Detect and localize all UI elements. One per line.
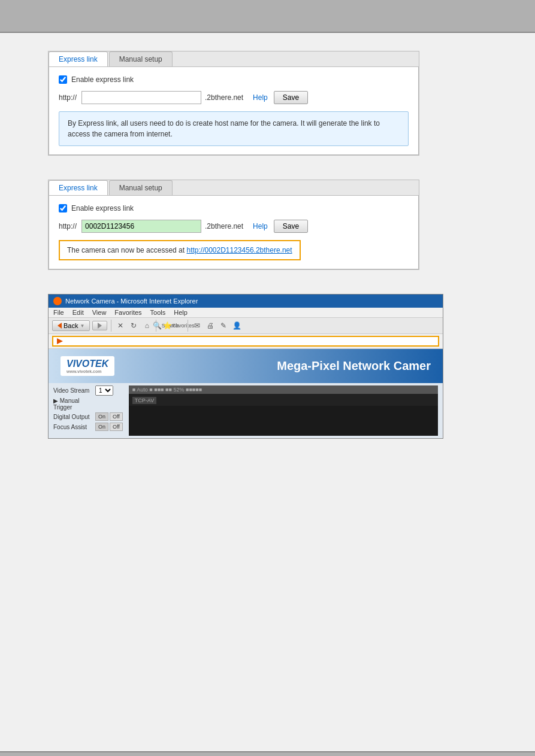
browser-title: Network Camera - Microsoft Internet Expl… [65,297,198,305]
video-stream-select[interactable]: 1 [95,385,113,396]
address-arrow-icon [57,338,63,344]
back-button[interactable]: Back ▼ [52,320,90,331]
control-digital-output: Digital Output On Off [53,412,123,421]
mail-icon[interactable]: ✉ [192,320,202,331]
video-top-bar: ■ Auto ■ ■■■ ■■ 52% ■■■■■ [129,385,438,394]
camera-access-link[interactable]: http://0002D1123456.2bthere.net [186,246,292,254]
panel2-tabs: Express link Manual setup [49,180,419,195]
vivotek-header: VIVOTEK www.vivotek.com Mega-Pixel Netwo… [49,349,443,383]
favorites-icon[interactable]: ⭐ Favorites [173,320,184,331]
focus-assist-label: Focus Assist [53,424,95,430]
control-panel: Video Stream 1 ▶ Manual Trigger Digital … [53,385,129,436]
video-label: TCP-AV [129,394,438,406]
back-dropdown-icon: ▼ [80,323,84,329]
bottom-bar [0,751,535,756]
content-area: Express link Manual setup Enable express… [0,33,535,751]
url-prefix-2: http:// [59,222,77,230]
home-icon[interactable]: ⌂ [141,320,152,331]
menu-favorites[interactable]: Favorites [114,309,141,316]
control-manual-trigger[interactable]: ▶ Manual Trigger [53,397,123,411]
focus-assist-on[interactable]: On [95,423,108,431]
forward-button[interactable] [92,321,107,330]
panel1-tabs: Express link Manual setup [49,51,419,66]
camera-access-prefix: The camera can now be accessed at [67,246,186,254]
vivotek-brand: VIVOTEK [67,359,108,369]
camera-controls-area: Video Stream 1 ▶ Manual Trigger Digital … [49,383,443,438]
camera-access-text: The camera can now be accessed at http:/… [67,246,292,254]
address-bar-container [49,334,443,349]
menu-help[interactable]: Help [174,309,188,316]
enable-row-2: Enable express link [59,204,409,212]
video-stream-label: Video Stream [53,387,95,394]
tab-express-link-1[interactable]: Express link [49,51,108,66]
browser-window: Network Camera - Microsoft Internet Expl… [48,294,443,439]
url-suffix-2: .2bthere.net [205,222,243,230]
digital-output-toggle: On Off [95,412,123,421]
control-video-stream: Video Stream 1 [53,385,123,396]
manual-trigger-label: ▶ Manual Trigger [53,397,95,411]
url-input-2[interactable] [81,220,201,233]
address-bar[interactable] [52,336,439,347]
enable-checkbox-1[interactable] [59,75,67,84]
stop-icon[interactable]: ✕ [115,320,126,331]
tab-manual-setup-2[interactable]: Manual setup [109,180,173,195]
back-label: Back [64,322,78,329]
digital-output-label: Digital Output [53,414,95,420]
url-prefix-1: http:// [59,93,77,102]
menu-tools[interactable]: Tools [150,309,166,316]
url-suffix-1: .2bthere.net [205,93,243,102]
edit-icon[interactable]: ✎ [218,320,229,331]
browser-menubar: File Edit View Favorites Tools Help [49,308,443,318]
menu-file[interactable]: File [53,309,64,316]
browser-content: VIVOTEK www.vivotek.com Mega-Pixel Netwo… [49,349,443,438]
toolbar-separator-1 [111,320,111,332]
refresh-icon[interactable]: ↻ [128,320,139,331]
focus-assist-toggle: On Off [95,423,123,431]
enable-label-1: Enable express link [71,75,134,84]
vivotek-logo: VIVOTEK www.vivotek.com [61,356,114,376]
menu-view[interactable]: View [92,309,107,316]
tcp-badge: TCP-AV [132,397,156,404]
access-box: The camera can now be accessed at http:/… [59,240,301,260]
info-text-1: By Express link, all users need to do is… [68,119,380,138]
tab-express-link-2[interactable]: Express link [49,180,108,195]
focus-assist-off[interactable]: Off [110,423,123,431]
enable-checkbox-2[interactable] [59,204,67,212]
toolbar-separator-3 [188,320,188,332]
info-box-1: By Express link, all users need to do is… [59,111,409,146]
control-focus-assist: Focus Assist On Off [53,423,123,431]
panel2: Express link Manual setup Enable express… [48,180,419,270]
digital-output-off[interactable]: Off [110,412,123,421]
ie-icon [53,297,62,305]
panel1: Express link Manual setup Enable express… [48,51,419,156]
help-link-1[interactable]: Help [253,93,268,102]
tab-manual-setup-1[interactable]: Manual setup [109,51,173,66]
forward-arrow-icon [98,323,102,329]
vivotek-sub: www.vivotek.com [67,369,108,374]
help-link-2[interactable]: Help [253,222,268,230]
video-controls-bar: ■ Auto ■ ■■■ ■■ 52% ■■■■■ [132,387,202,393]
browser-toolbar: Back ▼ ✕ ↻ ⌂ 🔍 Search ⭐ Favorites ✉ 🖨 ✎ … [49,318,443,334]
camera-title: Mega-Pixel Network Camer [277,359,431,373]
print-icon[interactable]: 🖨 [205,320,216,331]
enable-row-1: Enable express link [59,75,409,84]
panel2-body: Enable express link http:// .2bthere.net… [49,195,419,269]
save-button-1[interactable]: Save [274,91,308,104]
video-frame [129,406,438,436]
save-button-2[interactable]: Save [274,220,308,233]
video-feed-area: ■ Auto ■ ■■■ ■■ 52% ■■■■■ TCP-AV [129,385,438,436]
url-row-1: http:// .2bthere.net Help Save [59,91,409,104]
browser-titlebar: Network Camera - Microsoft Internet Expl… [49,294,443,308]
enable-label-2: Enable express link [71,204,134,212]
digital-output-on[interactable]: On [95,412,108,421]
panel1-body: Enable express link http:// .2bthere.net… [49,66,419,155]
url-row-2: http:// .2bthere.net Help Save [59,220,409,233]
top-bar [0,0,535,33]
messenger-icon[interactable]: 👤 [231,320,242,331]
url-input-1[interactable] [81,91,201,104]
back-arrow-icon [58,323,62,329]
menu-edit[interactable]: Edit [72,309,84,316]
